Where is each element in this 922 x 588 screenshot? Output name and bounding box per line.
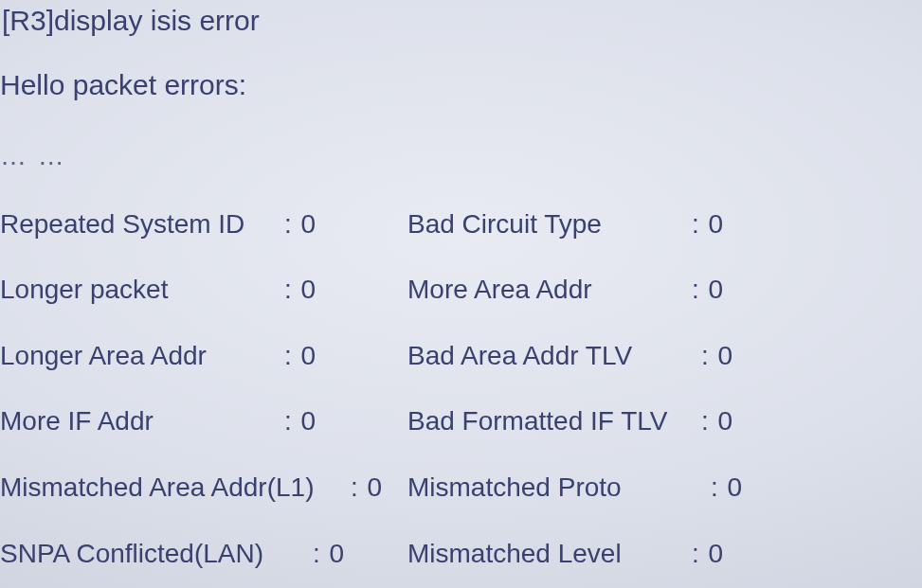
error-label: Bad Area Addr TLV — [407, 340, 701, 372]
error-cell: SNPA Conflicted(LAN) : 0 — [0, 538, 407, 570]
error-cell: Mismatched Proto : 0 — [407, 472, 922, 504]
separator: : — [701, 340, 716, 372]
separator: : — [692, 538, 707, 570]
error-value: 0 — [709, 208, 724, 241]
error-value: 0 — [330, 538, 345, 570]
separator: : — [284, 405, 299, 437]
error-label: Repeated System ID — [0, 208, 284, 241]
error-row: Longer Area Addr : 0 Bad Area Addr TLV :… — [0, 340, 922, 372]
error-cell: Bad Area Addr TLV : 0 — [407, 340, 922, 372]
error-cell: Mismatched Level : 0 — [407, 538, 922, 570]
error-label: Mismatched Level — [407, 538, 692, 570]
error-value: 0 — [301, 274, 316, 306]
error-label: Longer packet — [0, 274, 284, 306]
error-label: Mismatched Proto — [407, 472, 711, 504]
error-label: More IF Addr — [0, 405, 284, 437]
error-value: 0 — [368, 472, 383, 504]
error-label: Bad Circuit Type — [407, 208, 692, 241]
separator: : — [284, 274, 299, 306]
error-row: Repeated System ID : 0 Bad Circuit Type … — [0, 208, 922, 241]
error-label: Longer Area Addr — [0, 340, 284, 372]
terminal-output: [R3]display isis error Hello packet erro… — [0, 0, 922, 588]
error-cell: Bad Formatted IF TLV : 0 — [407, 405, 922, 437]
error-value: 0 — [301, 208, 316, 241]
separator: : — [284, 208, 299, 241]
error-cell: Bad Circuit Type : 0 — [407, 208, 922, 241]
separator: : — [313, 538, 328, 570]
error-value: 0 — [718, 340, 733, 372]
error-cell: Longer Area Addr : 0 — [0, 340, 407, 372]
error-label: SNPA Conflicted(LAN) — [0, 538, 313, 570]
separator: : — [284, 340, 299, 372]
error-value: 0 — [709, 538, 724, 570]
separator: : — [692, 208, 707, 241]
separator: : — [351, 472, 366, 504]
separator: : — [692, 274, 707, 306]
error-value: 0 — [301, 340, 316, 372]
command-line: [R3]display isis error — [2, 4, 922, 38]
separator: : — [701, 405, 716, 437]
error-cell: More IF Addr : 0 — [0, 405, 407, 437]
error-value: 0 — [709, 274, 724, 306]
separator: : — [711, 472, 726, 504]
section-title: Hello packet errors: — [0, 68, 922, 102]
error-label: Mismatched Area Addr(L1) — [0, 472, 351, 504]
error-cell: Longer packet : 0 — [0, 274, 407, 306]
error-row: Mismatched Area Addr(L1) : 0 Mismatched … — [0, 472, 922, 504]
error-value: 0 — [301, 405, 316, 437]
error-value: 0 — [728, 472, 743, 504]
error-cell: More Area Addr : 0 — [407, 274, 922, 306]
ellipsis: … … — [0, 140, 922, 172]
error-label: Bad Formatted IF TLV — [407, 405, 701, 437]
error-cell: Repeated System ID : 0 — [0, 208, 407, 241]
error-label: More Area Addr — [407, 274, 692, 306]
error-cell: Mismatched Area Addr(L1) : 0 — [0, 472, 407, 504]
error-value: 0 — [718, 405, 733, 437]
error-row: SNPA Conflicted(LAN) : 0 Mismatched Leve… — [0, 538, 922, 570]
error-row: Longer packet : 0 More Area Addr : 0 — [0, 274, 922, 306]
error-row: More IF Addr : 0 Bad Formatted IF TLV : … — [0, 405, 922, 437]
